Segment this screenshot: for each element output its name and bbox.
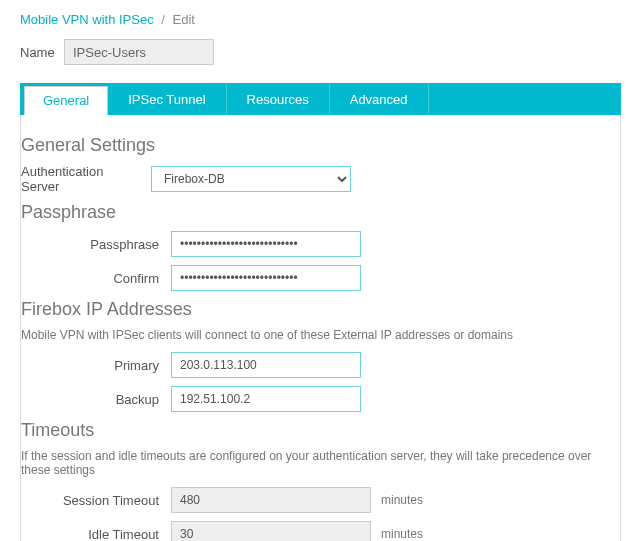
auth-server-select[interactable]: Firebox-DB bbox=[151, 166, 351, 192]
tab-advanced[interactable]: Advanced bbox=[330, 84, 429, 114]
backup-input[interactable] bbox=[171, 386, 361, 412]
backup-row: Backup bbox=[21, 386, 620, 412]
idle-timeout-label: Idle Timeout bbox=[21, 527, 171, 542]
passphrase-input[interactable] bbox=[171, 231, 361, 257]
timeouts-helper: If the session and idle timeouts are con… bbox=[21, 449, 620, 477]
primary-input[interactable] bbox=[171, 352, 361, 378]
firebox-helper: Mobile VPN with IPSec clients will conne… bbox=[21, 328, 620, 342]
auth-server-row: Authentication Server Firebox-DB bbox=[21, 164, 620, 194]
session-timeout-label: Session Timeout bbox=[21, 493, 171, 508]
primary-label: Primary bbox=[21, 358, 171, 373]
idle-timeout-input[interactable] bbox=[171, 521, 371, 541]
tab-panel-general: General Settings Authentication Server F… bbox=[20, 115, 621, 541]
confirm-row: Confirm bbox=[21, 265, 620, 291]
breadcrumb: Mobile VPN with IPSec / Edit bbox=[20, 12, 621, 27]
section-general-settings: General Settings bbox=[21, 135, 620, 156]
name-row: Name bbox=[20, 39, 621, 65]
backup-label: Backup bbox=[21, 392, 171, 407]
breadcrumb-current: Edit bbox=[173, 12, 195, 27]
primary-row: Primary bbox=[21, 352, 620, 378]
passphrase-row: Passphrase bbox=[21, 231, 620, 257]
name-input[interactable] bbox=[64, 39, 214, 65]
auth-server-label: Authentication Server bbox=[21, 164, 151, 194]
tab-ipsec-tunnel[interactable]: IPSec Tunnel bbox=[108, 84, 226, 114]
name-label: Name bbox=[20, 45, 64, 60]
passphrase-label: Passphrase bbox=[21, 237, 171, 252]
session-timeout-units: minutes bbox=[381, 493, 423, 507]
tab-general[interactable]: General bbox=[24, 86, 108, 115]
breadcrumb-parent[interactable]: Mobile VPN with IPSec bbox=[20, 12, 154, 27]
idle-timeout-units: minutes bbox=[381, 527, 423, 541]
section-passphrase: Passphrase bbox=[21, 202, 620, 223]
idle-timeout-row: Idle Timeout minutes bbox=[21, 521, 620, 541]
session-timeout-row: Session Timeout minutes bbox=[21, 487, 620, 513]
session-timeout-input[interactable] bbox=[171, 487, 371, 513]
section-timeouts: Timeouts bbox=[21, 420, 620, 441]
tabbar: General IPSec Tunnel Resources Advanced bbox=[20, 83, 621, 115]
section-firebox-ip: Firebox IP Addresses bbox=[21, 299, 620, 320]
tab-resources[interactable]: Resources bbox=[227, 84, 330, 114]
confirm-input[interactable] bbox=[171, 265, 361, 291]
confirm-label: Confirm bbox=[21, 271, 171, 286]
breadcrumb-sep: / bbox=[161, 12, 165, 27]
